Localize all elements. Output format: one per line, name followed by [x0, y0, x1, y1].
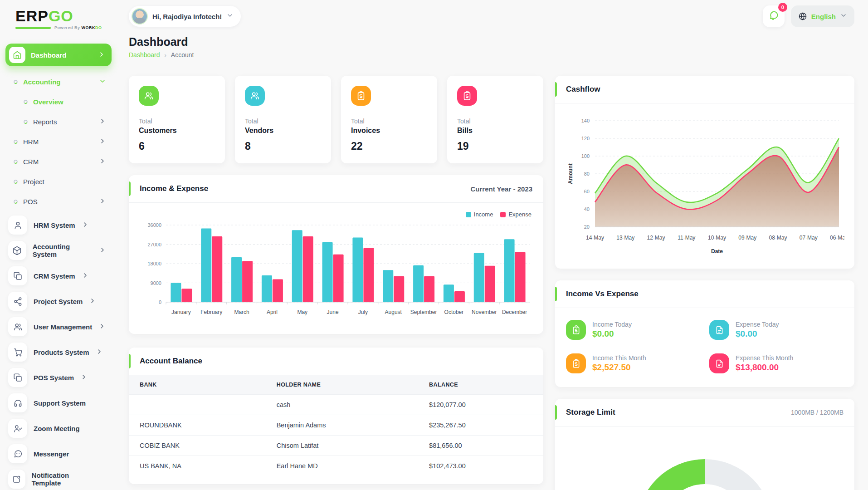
sidebar-item-notification-template[interactable]: Notification Template — [5, 466, 112, 490]
table-cell: ROUNDBANK — [129, 415, 266, 436]
ive-item: Income Today$0.00 — [566, 320, 700, 340]
stat-value: 22 — [351, 140, 427, 152]
account-balance-card: Account Balance BANKHOLDER NAMEBALANCE c… — [129, 348, 543, 484]
stat-value: 6 — [139, 140, 215, 152]
bullet-icon — [14, 80, 18, 84]
income-vs-expense-grid: Income Today$0.00Expense Today$0.00Incom… — [555, 308, 854, 387]
file-icon — [709, 320, 729, 340]
chevron-right-icon — [82, 272, 89, 280]
language-label: English — [811, 13, 836, 20]
ive-value: $13,800.00 — [736, 363, 793, 372]
sidebar-item-crm-system[interactable]: CRM System — [5, 263, 112, 289]
legend-expense[interactable]: Expense — [500, 211, 532, 218]
chevron-right-icon — [80, 373, 88, 382]
sidebar-item-support-system[interactable]: Support System — [5, 390, 112, 416]
notifications-button[interactable]: 0 — [763, 5, 785, 27]
user-menu-button[interactable]: Hi, Rajodiya Infotech! — [129, 6, 241, 27]
notification-icon — [8, 470, 25, 489]
svg-text:10-May: 10-May — [708, 235, 726, 241]
svg-text:Date: Date — [711, 248, 723, 255]
sidebar-item-dashboard[interactable]: Dashboard — [5, 44, 112, 66]
sidebar-item-zoom-meeting[interactable]: Zoom Meeting — [5, 416, 112, 441]
sidebar-item-products-system[interactable]: Products System — [5, 339, 112, 365]
sidebar-item-pos-system[interactable]: POS System — [5, 365, 112, 390]
table-cell: Benjamin Adams — [266, 415, 418, 436]
stat-card-vendors: TotalVendors8 — [235, 76, 331, 163]
income-vs-expense-card: Income Vs Expense Income Today$0.00Expen… — [555, 280, 854, 387]
stat-card-bills: TotalBills19 — [447, 76, 543, 163]
storage-donut-chart: 50% — [637, 459, 773, 490]
table-cell: Earl Hane MD — [266, 456, 418, 476]
table-cell: COBIZ BANK — [129, 436, 266, 456]
table-header-cell: BANK — [129, 375, 266, 395]
table-cell — [129, 395, 266, 415]
ive-value: $2,527.50 — [592, 363, 646, 372]
sidebar-item-messenger[interactable]: Messenger — [5, 441, 112, 466]
svg-text:07-May: 07-May — [800, 235, 818, 241]
chevron-down-icon — [226, 12, 234, 21]
stat-label: Customers — [139, 127, 215, 135]
income-expense-card: Income & Expense Current Year - 2023 Inc… — [129, 175, 543, 334]
page-head: Dashboard Dashboard › Account — [129, 35, 854, 59]
stats-row: TotalCustomers6TotalVendors8TotalInvoice… — [129, 76, 543, 163]
ive-label: Expense Today — [736, 321, 779, 328]
language-selector[interactable]: English — [791, 5, 854, 27]
sidebar-item-pos[interactable]: POS — [5, 192, 112, 211]
sidebar-item-hrm[interactable]: HRM — [5, 132, 112, 151]
clipboard-dollar-icon — [351, 86, 371, 106]
chevron-right-icon — [98, 323, 106, 331]
legend-income[interactable]: Income — [466, 211, 493, 218]
stat-prefix: Total — [457, 118, 533, 125]
sidebar-item-crm[interactable]: CRM — [5, 152, 112, 171]
sidebar-item-project-system[interactable]: Project System — [5, 289, 112, 314]
svg-text:May: May — [297, 309, 307, 315]
breadcrumb-dashboard-link[interactable]: Dashboard — [129, 51, 160, 59]
ive-value: $0.00 — [736, 329, 779, 339]
notification-badge: 0 — [778, 3, 787, 12]
sidebar-item-project[interactable]: Project — [5, 172, 112, 191]
sidebar-item-accounting[interactable]: Accounting — [5, 73, 112, 91]
sidebar-item-accounting-system[interactable]: Accounting System — [5, 238, 112, 263]
ive-item: Expense This Month$13,800.00 — [709, 353, 844, 373]
chevron-right-icon — [99, 137, 106, 146]
main-area: Hi, Rajodiya Infotech! 0 English Dashboa… — [117, 0, 868, 490]
stat-card-customers: TotalCustomers6 — [129, 76, 225, 163]
cart-icon — [8, 343, 27, 362]
chevron-right-icon — [98, 51, 105, 59]
table-header-cell: BALANCE — [418, 375, 543, 395]
income-expense-bar-chart: 36000270001800090000JanuaryFebruaryMarch… — [139, 219, 533, 324]
headphones-icon — [8, 393, 27, 412]
table-row: cash$120,077.00 — [129, 395, 543, 415]
sidebar-item-overview[interactable]: Overview — [5, 93, 112, 111]
svg-text:13-May: 13-May — [616, 235, 634, 241]
bullet-icon — [14, 140, 18, 144]
svg-text:December: December — [502, 309, 527, 315]
copy-icon — [8, 266, 27, 285]
sidebar-item-reports[interactable]: Reports — [5, 113, 112, 131]
stat-value: 19 — [457, 140, 533, 152]
users-icon — [8, 317, 27, 336]
ive-item: Income This Month$2,527.50 — [566, 353, 700, 373]
svg-text:November: November — [472, 309, 497, 315]
chevron-right-icon — [99, 197, 106, 206]
sidebar: ERPGO Powered By WORKDO DashboardAccount… — [0, 0, 117, 490]
svg-text:0: 0 — [159, 299, 161, 305]
app-root: ERPGO Powered By WORKDO DashboardAccount… — [0, 0, 868, 490]
table-cell: US BANK, NA — [129, 456, 266, 476]
sidebar-item-hrm-system[interactable]: HRM System — [5, 212, 112, 238]
bullet-icon — [14, 160, 18, 164]
share-icon — [8, 292, 27, 311]
stat-label: Vendors — [245, 127, 321, 135]
sidebar-item-user-management[interactable]: User Management — [5, 314, 112, 339]
svg-text:April: April — [267, 309, 278, 315]
users-icon — [245, 86, 265, 106]
chevron-right-icon — [99, 157, 106, 166]
chevron-right-icon — [96, 348, 103, 357]
page-title: Dashboard — [129, 35, 854, 49]
chevron-down-icon — [99, 78, 106, 86]
svg-text:27000: 27000 — [147, 242, 161, 247]
topbar: Hi, Rajodiya Infotech! 0 English — [129, 5, 854, 27]
table-row: ROUNDBANKBenjamin Adams$235,267.50 — [129, 415, 543, 436]
svg-text:40: 40 — [584, 206, 590, 212]
svg-text:July: July — [358, 309, 368, 315]
